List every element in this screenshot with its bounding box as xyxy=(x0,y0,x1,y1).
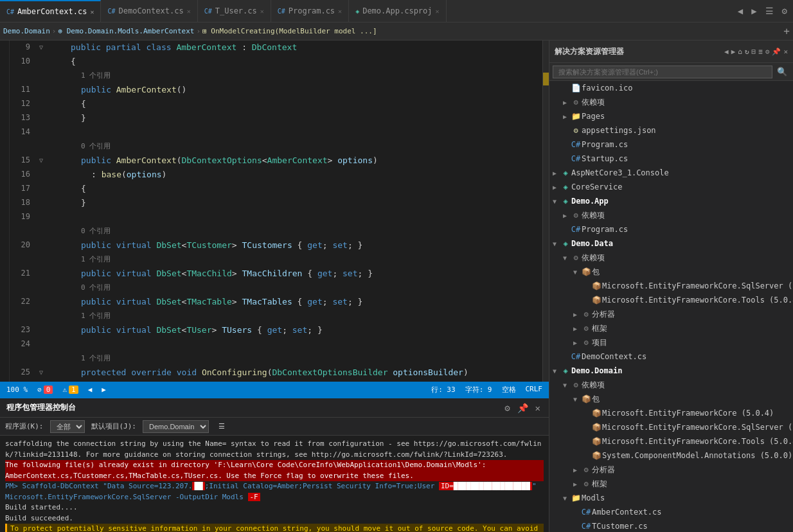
tree-arrow[interactable]: ▶ xyxy=(560,212,570,219)
tree-item-startup[interactable]: C# Startup.cs xyxy=(549,152,793,166)
tab-csproj[interactable]: ◈ Demo.App.csproj ✕ xyxy=(349,0,446,22)
tree-arrow[interactable]: ▼ xyxy=(570,396,580,403)
tree-item-demodomain-deps[interactable]: ▼ ⚙ 依赖项 xyxy=(549,378,793,392)
sidebar-back-btn[interactable]: ◀ xyxy=(724,48,729,56)
source-select[interactable]: 全部 xyxy=(50,420,85,433)
tree-item-demoapp-deps[interactable]: ▶ ⚙ 依赖项 xyxy=(549,208,793,222)
refcount-21a: 1 个引用 xyxy=(50,253,542,267)
ref-icon: ⚙ xyxy=(580,479,592,488)
tree-item-tcustomer[interactable]: C# TCustomer.cs xyxy=(549,519,793,532)
tree-item-favicon[interactable]: 📄 favicon.ico xyxy=(549,81,793,95)
collapse-25[interactable]: ▽ xyxy=(35,366,47,380)
tree-arrow[interactable]: ▼ xyxy=(570,269,580,276)
tree-item-demodata-pkg[interactable]: ▼ 📦 包 xyxy=(549,265,793,279)
tree-item-ef-tools[interactable]: 📦 Microsoft.EntityFrameworkCore.Tools (5… xyxy=(549,293,793,307)
tree-item-demodata-framework[interactable]: ▶ ⚙ 框架 xyxy=(549,321,793,335)
tab-program[interactable]: C# Program.cs ✕ xyxy=(271,0,349,22)
search-icon[interactable]: 🔍 xyxy=(774,66,790,78)
tree-item-demodata[interactable]: ▼ ◈ Demo.Data xyxy=(549,236,793,251)
tab-close-ambercontext[interactable]: ✕ xyxy=(90,8,94,15)
breadcrumb-domain[interactable]: Demo.Domain xyxy=(3,27,50,35)
nav-forward[interactable]: ▶ xyxy=(102,386,106,394)
tab-ambercontext[interactable]: C# AmberContext.cs ✕ xyxy=(0,0,101,22)
forward-icon: ▶ xyxy=(102,386,106,394)
tree-item-demodomain-framework[interactable]: ▶ ⚙ 框架 xyxy=(549,477,793,491)
tree-item-pages[interactable]: ▶ 📁 Pages xyxy=(549,109,793,123)
tree-item-demodomain[interactable]: ▼ ◈ Demo.Domain xyxy=(549,364,793,378)
tree-arrow[interactable]: ▶ xyxy=(570,311,580,318)
tree-item-ef-tools2[interactable]: 📦 Microsoft.EntityFrameworkCore.Tools (5… xyxy=(549,434,793,448)
tree-item-demodata-project[interactable]: ▶ ⚙ 项目 xyxy=(549,335,793,350)
scroll-tabs-right[interactable]: ▶ xyxy=(749,4,759,17)
tree-item-demoapp[interactable]: ▼ ◈ Demo.App xyxy=(549,194,793,208)
tree-item-efcore[interactable]: 📦 Microsoft.EntityFrameworkCore (5.0.4) xyxy=(549,406,793,420)
collapse-9[interactable]: ▽ xyxy=(35,40,47,55)
code-line-14 xyxy=(50,125,542,139)
tree-item-ef-sqlserver2[interactable]: 📦 Microsoft.EntityFrameworkCore.SqlServe… xyxy=(549,420,793,434)
tree-arrow[interactable]: ▼ xyxy=(560,254,570,262)
sidebar-settings-btn[interactable]: ⚙ xyxy=(765,48,770,56)
sidebar-refresh-btn[interactable]: ↻ xyxy=(745,48,749,56)
tab-list-btn[interactable]: ☰ xyxy=(763,4,776,17)
pkg-pin-btn[interactable]: 📌 xyxy=(515,403,530,413)
pkg-settings-btn[interactable]: ⚙ xyxy=(503,403,512,413)
solution-search-input[interactable] xyxy=(553,66,772,78)
error-count[interactable]: ⊘ 0 xyxy=(37,386,53,394)
collapse-15[interactable]: ▽ xyxy=(35,154,47,168)
nav-back[interactable]: ◀ xyxy=(88,386,93,394)
sidebar-collapse-btn[interactable]: ⊟ xyxy=(752,48,756,56)
tree-arrow[interactable]: ▶ xyxy=(570,466,580,474)
pkg-output[interactable]: scaffolding the connection string by usi… xyxy=(0,436,549,532)
tree-arrow[interactable]: ▶ xyxy=(560,99,570,106)
pkg-close-btn[interactable]: ✕ xyxy=(533,403,542,413)
sidebar-close-btn[interactable]: ✕ xyxy=(783,48,788,56)
tree-item-program1[interactable]: C# Program.cs xyxy=(549,137,793,152)
tree-item-demoapp-program[interactable]: C# Program.cs xyxy=(549,222,793,236)
tree-item-deps1[interactable]: ▶ ⚙ 依赖项 xyxy=(549,95,793,109)
tree-arrow[interactable]: ▼ xyxy=(549,368,560,375)
scroll-tabs-left[interactable]: ◀ xyxy=(735,4,745,17)
tab-close-democontext[interactable]: ✕ xyxy=(187,8,191,15)
tree-item-aspnetconsole[interactable]: ▶ ◈ AspNetCore3_1.Console xyxy=(549,166,793,180)
sidebar-forward-btn[interactable]: ▶ xyxy=(731,48,736,56)
add-breadcrumb-btn[interactable]: + xyxy=(783,25,790,37)
tree-arrow[interactable]: ▼ xyxy=(560,495,570,502)
tree-item-syscomponent[interactable]: 📦 System.ComponentModel.Annotations (5.0… xyxy=(549,448,793,463)
tree-arrow[interactable]: ▼ xyxy=(560,382,570,389)
tab-democontext[interactable]: C# DemoContext.cs ✕ xyxy=(101,0,197,22)
list-view-btn[interactable]: ☰ xyxy=(218,422,225,430)
zoom-level: 100 % xyxy=(6,386,28,394)
tree-item-demodomain-pkg[interactable]: ▼ 📦 包 xyxy=(549,392,793,406)
tree-arrow[interactable]: ▼ xyxy=(549,198,560,205)
code-line-10: { xyxy=(50,55,542,69)
breadcrumb-ambercontext[interactable]: ⊕ Demo.Domain.Modls.AmberContext xyxy=(58,27,194,35)
warning-count[interactable]: ⚠ 1 xyxy=(62,386,78,394)
tab-tuser[interactable]: C# T_User.cs ✕ xyxy=(198,0,271,22)
tree-item-modls[interactable]: ▼ 📁 Modls xyxy=(549,491,793,505)
tree-item-appsettings[interactable]: ⚙ appsettings.json xyxy=(549,123,793,137)
code-lines[interactable]: public partial class AmberContext : DbCo… xyxy=(47,40,542,382)
sidebar-home-btn[interactable]: ⌂ xyxy=(738,48,742,56)
tree-arrow[interactable]: ▶ xyxy=(570,481,580,488)
breadcrumb-method[interactable]: ⊞ OnModelCreating(ModelBuilder model ...… xyxy=(202,27,377,35)
tree-item-demodomain-analyzer[interactable]: ▶ ⚙ 分析器 xyxy=(549,463,793,477)
sidebar-pin-btn[interactable]: 📌 xyxy=(772,48,781,56)
tree-arrow[interactable]: ▶ xyxy=(560,113,570,120)
tab-close-tuser[interactable]: ✕ xyxy=(260,8,264,15)
sidebar-filter-btn[interactable]: ≡ xyxy=(758,48,763,56)
tree-item-coreservice[interactable]: ▶ ◈ CoreService xyxy=(549,180,793,194)
tree-arrow[interactable]: ▶ xyxy=(549,184,560,191)
tree-item-democontext[interactable]: C# DemoContext.cs xyxy=(549,350,793,364)
tree-arrow[interactable]: ▼ xyxy=(549,240,560,247)
tree-item-demodata-deps[interactable]: ▼ ⚙ 依赖项 xyxy=(549,251,793,265)
tree-arrow[interactable]: ▶ xyxy=(570,325,580,332)
tree-item-ef-sqlserver[interactable]: 📦 Microsoft.EntityFrameworkCore.SqlServe… xyxy=(549,279,793,293)
tree-item-ambercontext[interactable]: C# AmberContext.cs xyxy=(549,505,793,519)
project-select[interactable]: Demo.Domain xyxy=(143,420,209,433)
tab-close-program[interactable]: ✕ xyxy=(338,8,342,15)
tree-arrow[interactable]: ▶ xyxy=(570,339,580,346)
tab-close-csproj[interactable]: ✕ xyxy=(436,8,440,15)
tree-item-demodata-analyzer[interactable]: ▶ ⚙ 分析器 xyxy=(549,307,793,321)
tree-arrow[interactable]: ▶ xyxy=(549,170,560,177)
settings-btn[interactable]: ⚙ xyxy=(780,4,790,17)
